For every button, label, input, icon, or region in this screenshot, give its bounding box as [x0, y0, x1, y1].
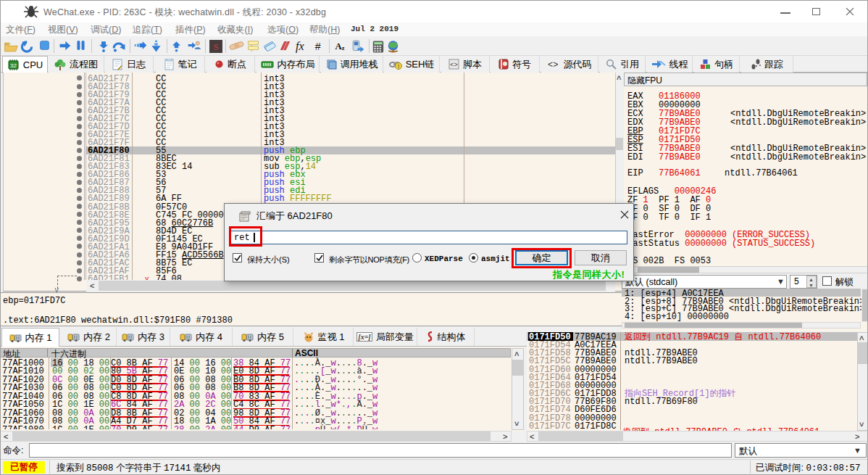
svg-text:<>: <> [450, 62, 458, 69]
svg-text:z: z [342, 44, 345, 51]
svg-text:!: ! [398, 63, 399, 70]
svg-text:32: 32 [10, 62, 17, 69]
svg-text:A: A [335, 41, 343, 51]
svg-text:S: S [213, 42, 218, 52]
svg-text:#: # [315, 41, 321, 52]
svg-text:fx: fx [296, 40, 304, 53]
svg-text:<>: <> [548, 60, 558, 69]
